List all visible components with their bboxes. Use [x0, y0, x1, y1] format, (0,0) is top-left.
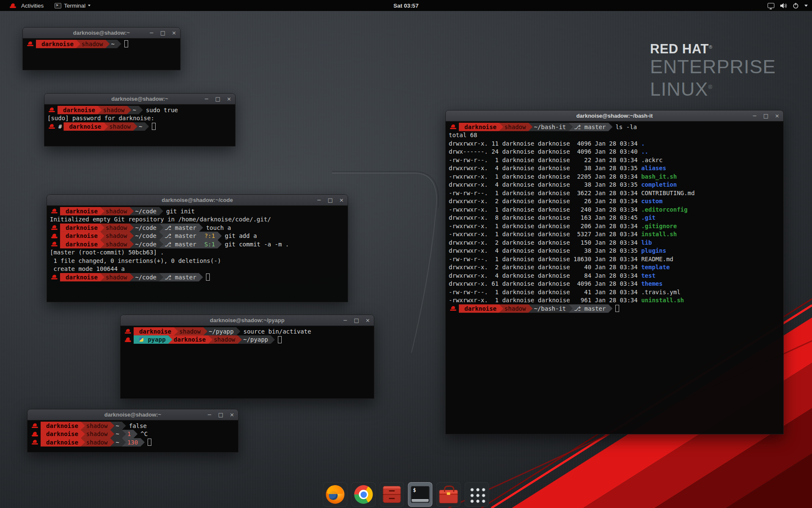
- window-minimize-button[interactable]: −: [207, 412, 212, 417]
- terminal-line: darknoiseshadow~/codegit init: [50, 207, 345, 215]
- command-text: touch a: [206, 224, 231, 231]
- terminal-body[interactable]: darknoiseshadow~/pyappsource bin/activat…: [121, 326, 374, 398]
- rhel-brand-text: RED HAT® ENTERPRISE LINUX®: [650, 41, 776, 99]
- output-text: completion: [641, 181, 677, 188]
- window-minimize-button[interactable]: −: [149, 30, 154, 36]
- dock-item-terminal[interactable]: [408, 482, 433, 507]
- output-text: template: [641, 264, 669, 271]
- dock-item-app-grid[interactable]: [465, 482, 489, 507]
- terminal-cursor: [615, 305, 619, 312]
- output-text: drwxrwxr-x. 2 darknoise darknoise 40 Jan…: [449, 264, 641, 271]
- terminal-line: darknoiseshadow~/code⎇ masterS:1git comm…: [50, 240, 345, 248]
- toolbox-icon: [439, 490, 458, 503]
- window-minimize-button[interactable]: −: [343, 318, 348, 323]
- redhat-logo-icon: [10, 3, 16, 8]
- window-close-button[interactable]: ×: [230, 412, 234, 417]
- window-titlebar[interactable]: darknoise@shadow:~/bash-it−□×: [446, 110, 783, 121]
- window-titlebar[interactable]: darknoise@shadow:~/pyapp−□×: [121, 315, 374, 326]
- prompt-segment-host: shadow: [208, 335, 242, 344]
- window-close-button[interactable]: ×: [339, 197, 344, 203]
- power-icon[interactable]: [793, 3, 799, 9]
- window-title: darknoise@shadow:~/pyapp: [210, 317, 284, 323]
- redhat-prompt-icon: [450, 124, 457, 130]
- output-text: drwxrwxr-x. 4 darknoise darknoise 84 Jan…: [449, 272, 641, 279]
- window-controls: −□×: [149, 28, 176, 38]
- terminal-body[interactable]: darknoiseshadow~/bash-it⎇ masterls -lato…: [446, 121, 783, 434]
- prompt-segment-host: shadow: [76, 40, 110, 48]
- dock-item-chrome[interactable]: [351, 482, 376, 507]
- terminal-body[interactable]: darknoiseshadow~/codegit initInitialized…: [47, 206, 348, 302]
- activities-button[interactable]: Activities: [4, 0, 48, 11]
- command-text: git init: [166, 208, 195, 215]
- firefox-icon: [326, 485, 345, 504]
- chevron-down-icon: [88, 5, 91, 6]
- prompt-segment-user: darknoise: [60, 207, 104, 215]
- window-maximize-button[interactable]: □: [328, 197, 333, 203]
- brand-line-1: RED HAT®: [650, 41, 776, 57]
- terminal-body[interactable]: darknoiseshadow~falsedarknoiseshadow~1^C…: [27, 420, 238, 452]
- prompt-segment-user: darknoise: [134, 327, 178, 336]
- window-title: darknoise@shadow:~: [111, 96, 168, 102]
- window-titlebar[interactable]: darknoise@shadow:~−□×: [27, 409, 238, 420]
- python-icon: [139, 337, 143, 342]
- prompt-segment-host: shadow: [100, 273, 134, 282]
- terminal-app-icon: [55, 3, 61, 8]
- output-text: drwx------. 24 darknoise darknoise 4096 …: [449, 148, 641, 155]
- display-indicator-icon[interactable]: [768, 3, 774, 8]
- terminal-cursor: [278, 336, 282, 343]
- prompt-segment-path: ~/code: [129, 207, 163, 215]
- terminal-body[interactable]: darknoiseshadow~: [23, 39, 180, 70]
- volume-icon[interactable]: [780, 3, 787, 9]
- output-text: .git: [641, 214, 656, 221]
- output-text: create mode 100644 a: [50, 265, 125, 272]
- terminal-line: drwx------. 24 darknoise darknoise 4096 …: [449, 148, 780, 156]
- terminal-line: [master (root-commit) 50bcb63] .: [50, 248, 345, 257]
- terminal-line: -rwxrwxr-x. 1 darknoise darknoise 961 Ja…: [449, 296, 780, 305]
- redhat-prompt-icon: [32, 431, 38, 437]
- app-menu-terminal[interactable]: Terminal: [50, 0, 95, 11]
- dock-item-toolbox[interactable]: [436, 482, 461, 507]
- window-maximize-button[interactable]: □: [218, 412, 223, 417]
- terminal-line: 1 file changed, 0 insertions(+), 0 delet…: [50, 257, 345, 265]
- terminal-body[interactable]: darknoiseshadow~sudo true[sudo] password…: [44, 105, 235, 146]
- prompt-segment-git: ⎇ master: [568, 123, 612, 131]
- window-titlebar[interactable]: darknoise@shadow:~−□×: [23, 28, 180, 39]
- prompt-segment-git: ⎇ master: [159, 232, 203, 240]
- window-close-button[interactable]: ×: [172, 30, 176, 36]
- command-text: false: [129, 422, 147, 429]
- redhat-prompt-icon: [450, 306, 457, 311]
- window-minimize-button[interactable]: −: [317, 197, 321, 203]
- window-close-button[interactable]: ×: [365, 318, 370, 323]
- dock-item-files[interactable]: [380, 482, 404, 507]
- output-text: drwxrwxr-x. 4 darknoise darknoise 38 Jan…: [449, 247, 641, 254]
- window-title: darknoise@shadow:~/bash-it: [576, 113, 653, 119]
- terminal-window-t3: darknoise@shadow:~/code−□×darknoiseshado…: [47, 194, 348, 302]
- window-maximize-button[interactable]: □: [160, 30, 165, 36]
- redhat-prompt-icon: [51, 241, 58, 247]
- clock[interactable]: Sat 03:57: [393, 3, 418, 9]
- prompt-segment-user: darknoise: [60, 232, 104, 240]
- redhat-prompt-icon: [32, 423, 38, 428]
- window-titlebar[interactable]: darknoise@shadow:~/code−□×: [47, 195, 348, 206]
- app-grid-icon: [468, 486, 486, 503]
- terminal-line: drwxrwxr-x. 4 darknoise darknoise 38 Jan…: [449, 164, 780, 173]
- terminal-line: darknoiseshadow~sudo true: [47, 106, 232, 114]
- top-bar: Activities Terminal Sat 03:57: [0, 0, 812, 11]
- prompt-segment-host: shadow: [499, 123, 533, 131]
- window-titlebar[interactable]: darknoise@shadow:~−□×: [44, 94, 235, 105]
- system-menu-chevron-icon[interactable]: [804, 5, 808, 7]
- output-text: .gitignore: [641, 223, 677, 229]
- redhat-prompt-icon: [125, 329, 132, 334]
- window-close-button[interactable]: ×: [775, 113, 779, 119]
- window-maximize-button[interactable]: □: [354, 318, 359, 323]
- terminal-line: drwxrwxr-x. 4 darknoise darknoise 38 Jan…: [449, 181, 780, 189]
- window-maximize-button[interactable]: □: [763, 113, 768, 119]
- window-minimize-button[interactable]: −: [752, 113, 757, 119]
- dock-item-firefox[interactable]: [323, 482, 348, 507]
- terminal-cursor: [206, 273, 210, 281]
- window-minimize-button[interactable]: −: [204, 96, 209, 102]
- terminal-line: darknoiseshadow~130: [30, 438, 235, 447]
- terminal-line: drwxrwxr-x. 8 darknoise darknoise 163 Ja…: [449, 214, 780, 222]
- window-maximize-button[interactable]: □: [215, 96, 220, 102]
- window-close-button[interactable]: ×: [227, 96, 231, 102]
